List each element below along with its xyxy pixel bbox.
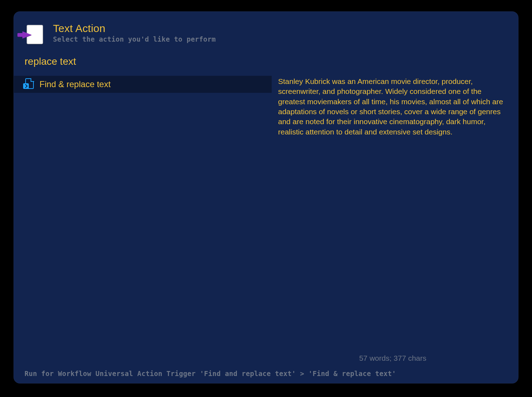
panel-footer: Run for Workflow Universal Action Trigge… [14, 367, 518, 383]
text-action-icon [25, 24, 46, 45]
breadcrumb: Run for Workflow Universal Action Trigge… [25, 370, 507, 377]
preview-stats: 57 words; 377 chars [278, 354, 507, 364]
result-find-replace-text[interactable]: Find & replace text [14, 76, 272, 93]
panel-header: Text Action Select the action you'd like… [14, 12, 518, 49]
search-input[interactable]: replace text [25, 56, 507, 67]
panel-title: Text Action [53, 22, 216, 35]
preview-text: Stanley Kubrick was an American movie di… [278, 76, 507, 137]
result-label: Find & replace text [39, 79, 111, 89]
preview-pane: Stanley Kubrick was an American movie di… [272, 71, 518, 367]
query-row: replace text [14, 49, 518, 71]
results-list: Find & replace text [14, 71, 272, 367]
alfred-panel: Text Action Select the action you'd like… [14, 11, 518, 383]
panel-body: Find & replace text Stanley Kubrick was … [14, 71, 518, 367]
header-text: Text Action Select the action you'd like… [53, 22, 216, 43]
panel-subtitle: Select the action you'd like to perform [53, 35, 216, 43]
document-arrow-icon [24, 78, 34, 90]
